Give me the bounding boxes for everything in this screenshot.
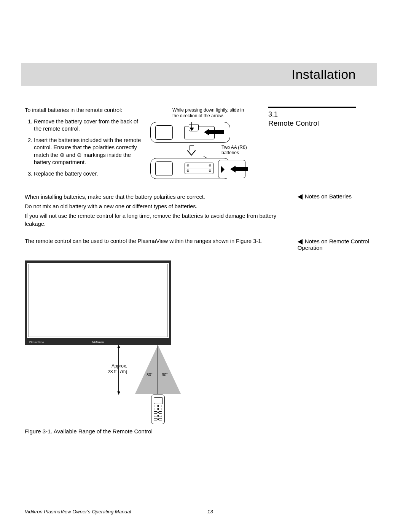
install-steps-list: Remove the battery cover from the back o… — [25, 118, 143, 178]
slide-caption: While pressing down lightly, slide in th… — [172, 107, 247, 119]
battery-compartment-illustration: ⊖⊕ ⊕⊖ — [185, 163, 213, 174]
ir-cone-centerline — [158, 345, 158, 394]
notes-arrow-icon — [298, 194, 303, 200]
cover-arrow-bar — [235, 167, 248, 171]
step-2: Insert the batteries included with the r… — [34, 137, 143, 166]
battery-note-1: When installing batteries, make sure tha… — [25, 193, 291, 201]
notes-remote-label: Notes on Remote Control Operation — [298, 238, 369, 251]
cover-arrow-head — [230, 166, 236, 173]
ir-cone-illustration — [135, 345, 181, 394]
notes-remote-side: Notes on Remote Control Operation — [298, 238, 377, 251]
step-1: Remove the battery cover from the back o… — [34, 118, 143, 133]
figure-caption: Figure 3-1. Available Range of the Remot… — [25, 428, 377, 435]
section-rule — [268, 107, 356, 108]
footer-page-number: 13 — [207, 509, 213, 514]
slide-arrow-bar — [209, 130, 224, 134]
distance-label: Approx. 23 ft (7m) — [108, 363, 127, 375]
down-indicator-arrow — [190, 128, 194, 131]
chapter-title-bar: Installation — [21, 63, 377, 86]
tv-illustration: PlasmaView Vidikron — [25, 260, 171, 345]
battery-note-2: Do not mix an old battery with a new one… — [25, 203, 291, 211]
chapter-title: Installation — [292, 67, 356, 82]
battery-note-3: If you will not use the remote control f… — [25, 212, 291, 228]
section-title: Remote Control — [268, 119, 363, 128]
notes-batteries-label: Notes on Batteries — [305, 193, 352, 200]
section-number: 3.1 — [268, 110, 363, 118]
remote-small-illustration — [151, 395, 165, 424]
notes-batteries-side: Notes on Batteries — [298, 193, 377, 230]
tv-brand-label: Vidikron — [27, 340, 169, 344]
angle-right-label: 30˚ — [162, 372, 168, 377]
notes-batteries-text: When installing batteries, make sure tha… — [25, 193, 291, 230]
notes-arrow-icon — [298, 239, 303, 244]
battery-type-label: Two AA (R6) batteries — [221, 145, 257, 156]
section-heading-column: 3.1 Remote Control — [268, 107, 363, 182]
slide-arrow-head — [204, 129, 209, 136]
angle-left-label: 30˚ — [147, 372, 153, 377]
open-arrow-icon — [187, 145, 196, 156]
step-3: Replace the battery cover. — [34, 170, 143, 178]
intro-text: To install batteries in the remote contr… — [25, 107, 143, 114]
battery-install-diagram: While pressing down lightly, slide in th… — [150, 107, 257, 182]
remote-range-text: The remote control can be used to contro… — [25, 238, 291, 251]
remote-range-figure: PlasmaView Vidikron Approx. 23 ft (7m) 3… — [25, 260, 377, 435]
page-footer: Vidikron PlasmaView Owner's Operating Ma… — [25, 509, 367, 514]
install-steps-column: To install batteries in the remote contr… — [25, 107, 143, 182]
footer-title: Vidikron PlasmaView Owner's Operating Ma… — [25, 509, 207, 514]
